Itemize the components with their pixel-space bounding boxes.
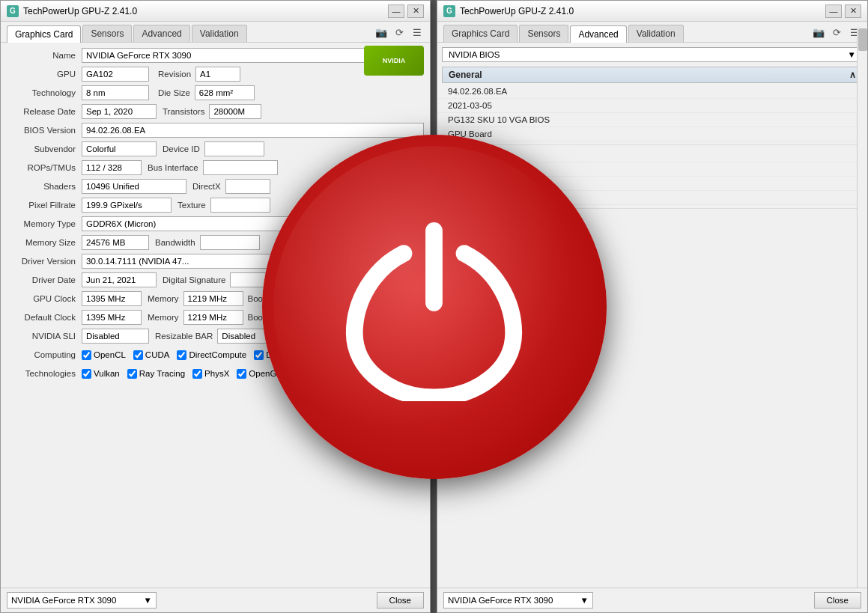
- refresh-icon2[interactable]: ⟳: [830, 25, 843, 39]
- texture-label: Texture: [177, 201, 210, 210]
- close-button1[interactable]: Close: [377, 592, 424, 609]
- window2-title: TechPowerUp GPU-Z 2.41.0: [460, 6, 574, 16]
- gpu-memory-label: Memory: [148, 294, 183, 303]
- die-size-label: Die Size: [158, 88, 195, 97]
- tabbar1-icons: 📷 ⟳ ☰: [374, 25, 424, 42]
- general-section-header: General ∧: [442, 67, 863, 83]
- memory-size-field: 24576 MB: [82, 235, 149, 250]
- release-date-row: Release Date Sep 1, 2020 Transistors 280…: [7, 103, 424, 120]
- tabbar2-icons: 📷 ⟳ ☰: [812, 25, 861, 42]
- tab-sensors1[interactable]: Sensors: [82, 25, 132, 42]
- close-btn1[interactable]: ✕: [407, 4, 424, 18]
- pixel-fillrate-field: 199.9 GPixel/s: [82, 198, 172, 213]
- camera-icon1[interactable]: 📷: [374, 25, 388, 39]
- technologies-label: Technologies: [7, 369, 82, 378]
- technology-field: 8 nm: [82, 85, 149, 100]
- bios-dropdown[interactable]: NVIDIA BIOS ▼: [442, 47, 863, 62]
- default-memory-field: 1219 MHz: [183, 310, 243, 325]
- directx-label: DirectX: [192, 182, 225, 191]
- subvendor-field: Colorful: [82, 141, 157, 156]
- bottom-bar1: NVIDIA GeForce RTX 3090 ▼ Close: [1, 588, 430, 612]
- minimize-btn1[interactable]: —: [388, 4, 404, 18]
- app-icon2: G: [443, 5, 455, 17]
- rops-field: 112 / 328: [82, 160, 142, 175]
- general-section-title: General: [449, 70, 482, 80]
- tab-advanced1[interactable]: Advanced: [133, 25, 189, 42]
- directcompute-checkbox[interactable]: DirectCompute: [177, 350, 246, 360]
- opencl-checkbox[interactable]: OpenCL: [82, 350, 126, 360]
- titlebar1-controls: — ✕: [388, 4, 424, 18]
- bottom-bar2: NVIDIA GeForce RTX 3090 ▼ Close: [437, 588, 867, 612]
- digital-sig-label: Digital Signature: [163, 275, 230, 284]
- shaders-label: Shaders: [7, 182, 82, 191]
- bus-interface-label: Bus Interface: [148, 163, 203, 172]
- tab-advanced2[interactable]: Advanced: [570, 25, 626, 43]
- device-id-label: Device ID: [163, 144, 204, 153]
- transistors-label: Transistors: [163, 107, 209, 116]
- shaders-field: 10496 Unified: [82, 179, 186, 194]
- titlebar1: G TechPowerUp GPU-Z 2.41.0 — ✕: [1, 1, 430, 22]
- tab-validation2[interactable]: Validation: [628, 25, 684, 42]
- driver-date-label: Driver Date: [7, 275, 82, 284]
- transistors-field: 28000M: [209, 104, 261, 119]
- titlebar1-left: G TechPowerUp GPU-Z 2.41.0: [7, 5, 137, 17]
- gpu-selector2[interactable]: NVIDIA GeForce RTX 3090 ▼: [443, 592, 593, 609]
- subvendor-label: Subvendor: [7, 144, 82, 153]
- default-clock-field: 1395 MHz: [82, 310, 142, 325]
- memory-size-label: Memory Size: [7, 238, 82, 247]
- tab-graphics-card1[interactable]: Graphics Card: [7, 25, 81, 43]
- sli-label: NVIDIA SLI: [7, 332, 82, 341]
- device-id-field: [204, 141, 264, 156]
- revision-field: A1: [195, 67, 240, 82]
- bandwidth-label: Bandwidth: [155, 238, 200, 247]
- power-overlay: [262, 135, 607, 479]
- resizable-bar-label: Resizable BAR: [155, 332, 217, 341]
- name-row: Name NVIDIA GeForce RTX 3090 Lookup: [7, 47, 424, 64]
- gpu-memory-field: 1219 MHz: [183, 291, 243, 306]
- gpu-field: GA102: [82, 67, 149, 82]
- power-circle: [262, 135, 607, 479]
- sli-field: Disabled: [82, 329, 149, 344]
- physx-checkbox[interactable]: PhysX: [192, 369, 229, 379]
- vulkan-checkbox[interactable]: Vulkan: [82, 369, 120, 379]
- bandwidth-field: [200, 235, 260, 250]
- scrollbar-thumb2[interactable]: [858, 28, 867, 51]
- gpu-selector1[interactable]: NVIDIA GeForce RTX 3090 ▼: [7, 592, 157, 609]
- refresh-icon1[interactable]: ⟳: [392, 25, 406, 39]
- release-date-field: Sep 1, 2020: [82, 104, 157, 119]
- nvidia-logo: NVIDIA: [364, 46, 424, 76]
- driver-version-label: Driver Version: [7, 257, 82, 266]
- rops-label: ROPs/TMUs: [7, 163, 82, 172]
- tabbar2: Graphics Card Sensors Advanced Validatio…: [437, 22, 867, 43]
- tabbar1: Graphics Card Sensors Advanced Validatio…: [1, 22, 430, 43]
- gpu-selector2-text: NVIDIA GeForce RTX 3090: [448, 596, 553, 605]
- minimize-btn2[interactable]: —: [825, 4, 842, 18]
- default-clock-label: Default Clock: [7, 313, 82, 322]
- tab-sensors2[interactable]: Sensors: [519, 25, 568, 42]
- scrollbar2[interactable]: [857, 28, 867, 590]
- window1-title: TechPowerUp GPU-Z 2.41.0: [23, 6, 137, 16]
- ray-tracing-checkbox[interactable]: Ray Tracing: [127, 369, 185, 379]
- name-field: NVIDIA GeForce RTX 3090: [82, 48, 373, 63]
- gpu-label: GPU: [7, 70, 82, 79]
- close-btn2[interactable]: ✕: [845, 4, 861, 18]
- titlebar2-controls: — ✕: [825, 4, 861, 18]
- close-button2[interactable]: Close: [814, 592, 861, 609]
- app-icon1: G: [7, 5, 19, 17]
- technology-label: Technology: [7, 88, 82, 97]
- info-row-1: 2021-03-05: [437, 99, 867, 113]
- general-section-collapse[interactable]: ∧: [849, 70, 856, 80]
- bios-dropdown-arrow: ▼: [848, 50, 856, 59]
- gpu-clock-field: 1395 MHz: [82, 291, 142, 306]
- tab-graphics-card2[interactable]: Graphics Card: [443, 25, 518, 42]
- computing-label: Computing: [7, 350, 82, 359]
- technology-row: Technology 8 nm Die Size 628 mm²: [7, 85, 424, 101]
- cuda-checkbox[interactable]: CUDA: [133, 350, 170, 360]
- menu-icon1[interactable]: ☰: [410, 25, 424, 39]
- tab-validation1[interactable]: Validation: [192, 25, 247, 42]
- bios-dropdown-text: NVIDIA BIOS: [449, 50, 500, 59]
- titlebar2: G TechPowerUp GPU-Z 2.41.0 — ✕: [437, 1, 867, 22]
- bios-version-label: BIOS Version: [7, 126, 82, 135]
- camera-icon2[interactable]: 📷: [812, 25, 825, 39]
- revision-label: Revision: [158, 70, 195, 79]
